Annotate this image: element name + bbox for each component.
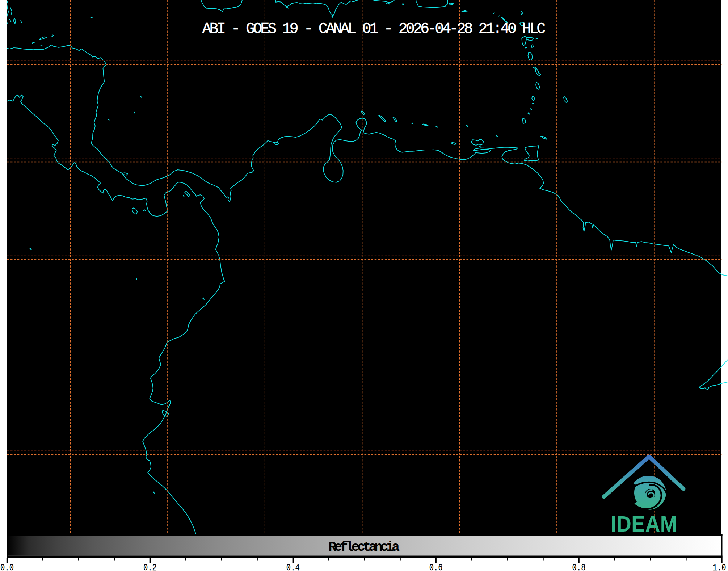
svg-text:0.2: 0.2 (143, 562, 157, 571)
svg-text:0.6: 0.6 (429, 562, 443, 571)
svg-text:0.4: 0.4 (286, 562, 300, 571)
svg-text:0.8: 0.8 (572, 562, 586, 571)
svg-text:IDEAM: IDEAM (611, 512, 677, 536)
svg-text:Reflectancia: Reflectancia (328, 539, 400, 555)
svg-text:0.0: 0.0 (0, 562, 14, 571)
svg-text:ABI - GOES 19 - CANAL 01 - 202: ABI - GOES 19 - CANAL 01 - 2026-04-28 21… (202, 20, 546, 38)
svg-text:1.0: 1.0 (713, 562, 726, 571)
